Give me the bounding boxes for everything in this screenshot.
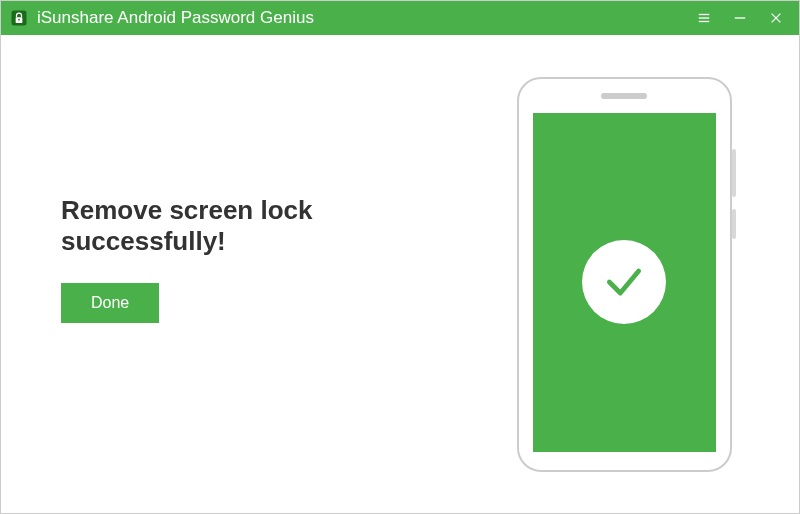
success-heading: Remove screen lock successfully! <box>61 195 479 257</box>
phone-illustration <box>517 77 732 472</box>
done-button[interactable]: Done <box>61 283 159 323</box>
menu-icon[interactable] <box>695 9 713 27</box>
phone-side-button <box>732 209 736 239</box>
main-content: Remove screen lock successfully! Done <box>1 35 799 513</box>
phone-speaker <box>601 93 647 99</box>
titlebar: iSunshare Android Password Genius <box>1 1 799 35</box>
checkmark-icon <box>582 240 666 324</box>
app-title: iSunshare Android Password Genius <box>37 8 695 28</box>
phone-side-button <box>732 149 736 197</box>
svg-point-2 <box>18 19 20 21</box>
window-controls <box>695 9 791 27</box>
message-panel: Remove screen lock successfully! Done <box>61 195 499 353</box>
app-icon <box>9 8 29 28</box>
close-icon[interactable] <box>767 9 785 27</box>
phone-screen <box>533 113 716 452</box>
illustration-panel <box>499 77 749 472</box>
minimize-icon[interactable] <box>731 9 749 27</box>
